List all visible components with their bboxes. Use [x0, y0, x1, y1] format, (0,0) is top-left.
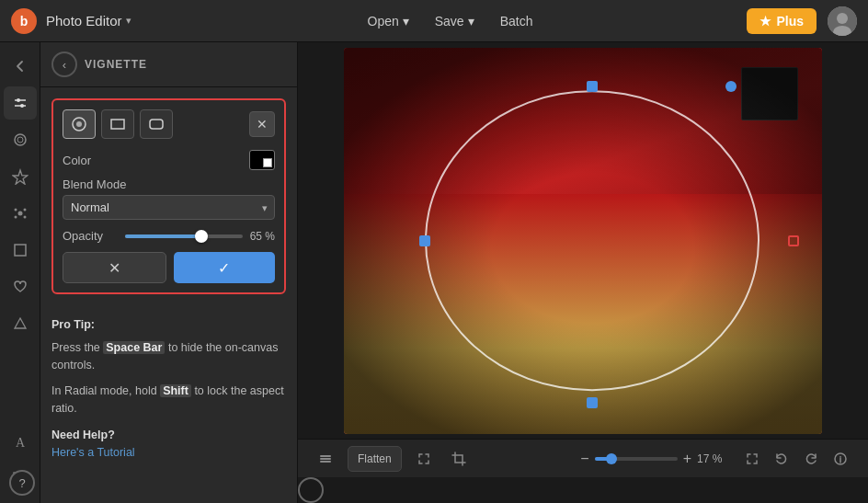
topbar-nav: Open ▾ Save ▾ Batch	[154, 8, 748, 34]
bottom-bar: Flatten − + 17 %	[298, 439, 868, 477]
svg-point-20	[76, 121, 82, 127]
zoom-control: − + 17 %	[580, 451, 730, 467]
handle-bottom-center[interactable]	[587, 397, 598, 408]
photo-container	[344, 48, 822, 434]
help-icon: ?	[18, 476, 25, 490]
panel-title: VIGNETTE	[85, 58, 147, 71]
layers-icon[interactable]	[313, 446, 338, 472]
color-swatch[interactable]	[249, 150, 275, 170]
opacity-slider-thumb[interactable]	[195, 230, 208, 243]
sidebar-item-back[interactable]	[4, 50, 37, 83]
panel-header: ‹ VIGNETTE	[40, 42, 297, 87]
svg-rect-21	[111, 120, 124, 129]
svg-point-6	[20, 104, 24, 108]
canvas-area: Flatten − + 17 %	[298, 42, 868, 503]
plus-button[interactable]: ★ Plus	[747, 8, 817, 34]
close-icon: ✕	[257, 117, 268, 131]
zoom-value: 17 %	[697, 452, 730, 465]
svg-rect-23	[320, 455, 331, 457]
star-icon: ★	[760, 14, 771, 29]
redo-icon[interactable]	[798, 446, 824, 472]
sidebar-item-frame[interactable]	[4, 234, 37, 267]
cancel-icon: ✕	[108, 259, 120, 277]
handle-right-center[interactable]	[788, 235, 799, 246]
batch-button[interactable]: Batch	[489, 8, 544, 34]
zoom-slider[interactable]	[595, 457, 678, 461]
svg-rect-14	[15, 245, 26, 256]
protip-title: Pro Tip:	[51, 316, 286, 334]
sidebar-item-lens[interactable]	[4, 123, 37, 156]
close-shape-button[interactable]: ✕	[249, 111, 275, 137]
opacity-slider-fill	[125, 234, 201, 238]
svg-point-10	[14, 209, 17, 211]
handle-left-mid[interactable]	[419, 235, 430, 246]
svg-point-1	[837, 13, 848, 24]
cancel-button[interactable]: ✕	[63, 252, 166, 283]
protip-text-1: Press the Space Bar to hide the on-canva…	[51, 339, 286, 374]
fit-icon[interactable]	[739, 446, 765, 472]
svg-point-9	[17, 211, 22, 216]
color-label: Color	[63, 154, 249, 167]
svg-marker-15	[15, 318, 26, 328]
flatten-button[interactable]: Flatten	[348, 446, 402, 472]
handle-top-center[interactable]	[587, 81, 598, 92]
app-logo: b	[11, 8, 37, 34]
bottom-right-controls	[739, 446, 853, 472]
svg-rect-25	[320, 461, 331, 463]
sidebar-item-heart[interactable]	[4, 270, 37, 303]
info-icon[interactable]	[828, 446, 853, 472]
rect-shape-button[interactable]	[101, 109, 134, 139]
opacity-value: 65 %	[250, 230, 275, 243]
help-button[interactable]	[298, 477, 324, 503]
app-title: Photo Editor	[46, 13, 122, 29]
user-avatar[interactable]	[828, 6, 857, 36]
sidebar-item-shapes[interactable]	[4, 307, 37, 340]
panel-back-button[interactable]: ‹	[51, 51, 77, 77]
crop-icon[interactable]	[446, 446, 472, 472]
save-menu[interactable]: Save ▾	[424, 8, 485, 34]
topbar: b Photo Editor ▾ Open ▾ Save ▾ Batch ★ P…	[0, 0, 868, 42]
zoom-minus-icon[interactable]: −	[580, 451, 588, 467]
svg-point-4	[17, 98, 20, 102]
zoom-thumb[interactable]	[606, 453, 617, 464]
opacity-slider[interactable]	[125, 234, 243, 238]
title-chevron-icon[interactable]: ▾	[126, 15, 131, 27]
expand-icon[interactable]	[411, 446, 437, 472]
opacity-row: Opacity 65 %	[63, 229, 275, 243]
main-area: A ‹ VIGNETTE	[0, 42, 868, 503]
color-row: Color	[63, 150, 275, 170]
sidebar-item-text[interactable]: A	[4, 426, 37, 459]
color-swatch-inner	[263, 158, 272, 167]
svg-text:A: A	[16, 436, 26, 450]
open-menu[interactable]: Open ▾	[357, 8, 420, 34]
opacity-label: Opacity	[63, 229, 118, 243]
tutorial-link[interactable]: Here's a Tutorial	[51, 446, 135, 459]
zoom-plus-icon[interactable]: +	[683, 451, 691, 467]
shape-selector-row: ✕	[63, 109, 275, 139]
svg-rect-24	[320, 458, 331, 460]
need-help-title: Need Help?	[51, 427, 286, 444]
sidebar-item-adjustments[interactable]	[4, 86, 37, 120]
confirm-button[interactable]: ✓	[174, 252, 276, 283]
svg-point-11	[23, 209, 26, 211]
svg-point-8	[17, 137, 23, 143]
need-help-section: Need Help? Here's a Tutorial	[51, 427, 286, 462]
help-button[interactable]: ?	[9, 470, 35, 496]
photo-background	[344, 48, 822, 434]
svg-rect-22	[150, 120, 163, 129]
action-buttons: ✕ ✓	[63, 252, 275, 283]
vignette-panel: ‹ VIGNETTE	[40, 42, 298, 503]
handle-top-right[interactable]	[725, 81, 737, 92]
blend-mode-select-wrap: Normal Multiply Screen Overlay Darken Li…	[63, 195, 275, 220]
save-chevron-icon: ▾	[468, 14, 474, 29]
blend-mode-select[interactable]: Normal Multiply Screen Overlay Darken Li…	[63, 195, 275, 220]
sidebar-item-effects[interactable]	[4, 197, 37, 230]
canvas-workspace[interactable]	[298, 42, 868, 439]
undo-icon[interactable]	[769, 446, 794, 472]
circle-shape-button[interactable]	[63, 109, 96, 139]
protip-text-2: In Radial mode, hold Shift to lock the a…	[51, 383, 286, 417]
open-chevron-icon: ▾	[403, 14, 409, 29]
vignette-controls-box: ✕ Color Blend Mode Normal Multiply Scree…	[51, 98, 286, 294]
rounded-rect-shape-button[interactable]	[140, 109, 173, 139]
sidebar-item-star[interactable]	[4, 160, 37, 193]
